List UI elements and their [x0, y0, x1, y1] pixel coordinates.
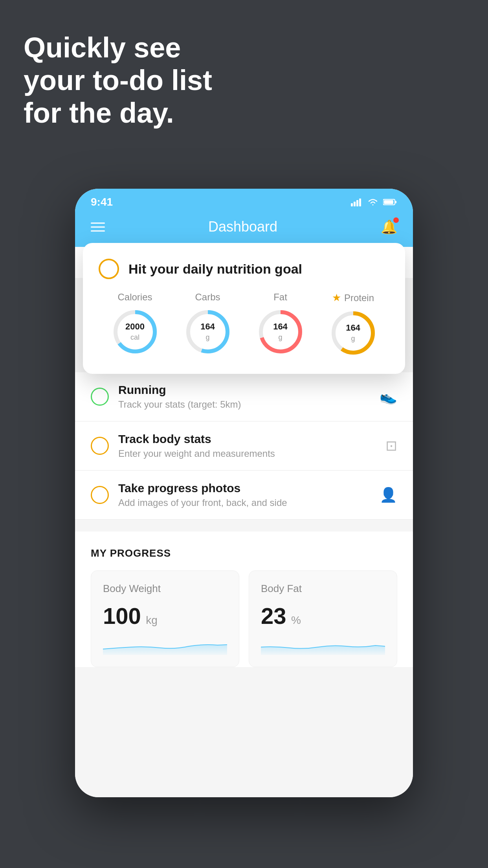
todo-body-stats[interactable]: Track body stats Enter your weight and m… — [75, 421, 413, 471]
body-stats-subtitle: Enter your weight and measurements — [118, 448, 376, 459]
protein-value: 164g — [346, 323, 360, 344]
header-title: Dashboard — [208, 219, 277, 235]
headline-line1: Quickly see — [24, 31, 212, 64]
headline-line2: your to-do list — [24, 64, 212, 97]
photos-circle — [91, 486, 109, 504]
photos-text: Take progress photos Add images of your … — [118, 482, 370, 508]
body-stats-title: Track body stats — [118, 432, 376, 446]
body-fat-value: 23 — [261, 603, 286, 629]
body-weight-card[interactable]: Body Weight 100 kg — [91, 570, 239, 667]
app-header: Dashboard 🔔 — [75, 212, 413, 247]
nutrition-card-header: Hit your daily nutrition goal — [99, 259, 389, 279]
wifi-icon — [367, 198, 378, 206]
protein-donut: 164g — [330, 309, 377, 357]
body-fat-card[interactable]: Body Fat 23 % — [249, 570, 397, 667]
nutrition-check-circle[interactable] — [99, 259, 119, 279]
body-fat-card-title: Body Fat — [261, 583, 385, 595]
body-fat-value-row: 23 % — [261, 603, 385, 629]
body-fat-unit: % — [291, 614, 301, 626]
fat-donut: 164g — [257, 308, 304, 355]
nutrition-protein: ★ Protein 164g — [330, 292, 377, 357]
body-fat-chart — [261, 635, 385, 655]
carbs-donut: 164g — [184, 308, 231, 355]
svg-rect-1 — [354, 202, 356, 206]
body-weight-value-row: 100 kg — [103, 603, 227, 629]
person-icon: 👤 — [380, 487, 397, 503]
photos-title: Take progress photos — [118, 482, 370, 495]
protein-label: Protein — [344, 292, 374, 303]
running-subtitle: Track your stats (target: 5km) — [118, 399, 370, 410]
notifications-button[interactable]: 🔔 — [381, 219, 397, 235]
svg-rect-6 — [384, 200, 393, 204]
headline: Quickly see your to-do list for the day. — [24, 31, 212, 129]
calories-value: 2000cal — [125, 322, 145, 342]
fat-label: Fat — [273, 292, 287, 303]
svg-rect-5 — [395, 201, 396, 203]
body-weight-card-title: Body Weight — [103, 583, 227, 595]
todo-photos[interactable]: Take progress photos Add images of your … — [75, 471, 413, 520]
status-icons — [351, 198, 397, 206]
star-icon: ★ — [332, 292, 341, 304]
notification-badge — [393, 217, 399, 223]
signal-icon — [351, 198, 363, 206]
body-weight-value: 100 — [103, 603, 141, 629]
todo-running[interactable]: Running Track your stats (target: 5km) 👟 — [75, 372, 413, 421]
body-weight-chart — [103, 635, 227, 655]
calories-label: Calories — [117, 292, 152, 303]
photos-subtitle: Add images of your front, back, and side — [118, 497, 370, 508]
running-title: Running — [118, 383, 370, 397]
running-circle — [91, 388, 109, 406]
fat-value: 164g — [273, 322, 288, 342]
calories-donut: 2000cal — [112, 308, 159, 355]
scale-icon: ⊡ — [385, 438, 397, 454]
running-text: Running Track your stats (target: 5km) — [118, 383, 370, 410]
nutrition-carbs: Carbs 164g — [184, 292, 231, 355]
status-time: 9:41 — [91, 196, 113, 208]
progress-cards: Body Weight 100 kg — [91, 570, 397, 667]
body-stats-text: Track body stats Enter your weight and m… — [118, 432, 376, 459]
svg-rect-2 — [356, 200, 358, 206]
progress-section: MY PROGRESS Body Weight 100 kg — [75, 531, 413, 667]
svg-rect-0 — [351, 203, 353, 206]
body-stats-circle — [91, 437, 109, 455]
app-body: THINGS TO DO TODAY Hit your daily nutrit… — [75, 247, 413, 797]
headline-line3: for the day. — [24, 97, 212, 129]
svg-rect-3 — [359, 199, 361, 206]
nutrition-grid: Calories 2000cal Carbs — [99, 292, 389, 357]
phone-frame: 9:41 D — [75, 189, 413, 797]
nutrition-card-title: Hit your daily nutrition goal — [128, 261, 302, 277]
body-weight-unit: kg — [146, 614, 158, 626]
battery-icon — [383, 199, 397, 206]
nutrition-fat: Fat 164g — [257, 292, 304, 355]
nutrition-card: Hit your daily nutrition goal Calories 2… — [83, 243, 405, 374]
progress-section-title: MY PROGRESS — [91, 547, 397, 559]
nutrition-calories: Calories 2000cal — [112, 292, 159, 355]
todo-list: Running Track your stats (target: 5km) 👟… — [75, 372, 413, 520]
carbs-value: 164g — [200, 322, 215, 342]
menu-button[interactable] — [91, 223, 105, 232]
running-icon: 👟 — [380, 388, 397, 405]
carbs-label: Carbs — [195, 292, 220, 303]
status-bar: 9:41 — [75, 189, 413, 212]
protein-label-row: ★ Protein — [332, 292, 374, 304]
